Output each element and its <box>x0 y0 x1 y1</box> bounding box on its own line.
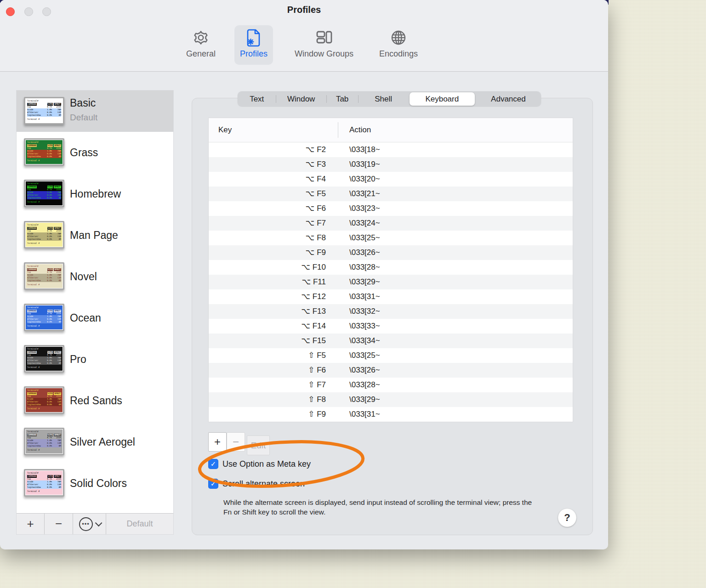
key-cell: ⌥ F10 <box>209 260 326 275</box>
toolbar-item-encodings[interactable]: Encodings <box>374 25 423 65</box>
tab-advanced[interactable]: Advanced <box>476 91 541 107</box>
key-cell: ⇧ F6 <box>209 363 326 378</box>
key-mapping-row[interactable]: ⌥ F5\033[21~ <box>209 187 573 201</box>
profile-actions-menu-button[interactable]: ••• <box>73 514 106 534</box>
tab-keyboard[interactable]: Keyboard <box>410 92 475 106</box>
profile-row-man-page[interactable]: Terminal#COMMAND%CPURPRVTtop4.1%231KXcod… <box>17 215 173 256</box>
action-cell: \033[26~ <box>349 363 380 378</box>
settings-tab-bar: TextWindowTabShellKeyboardAdvanced <box>238 91 541 107</box>
key-mappings-table: Key Action ⌥ F2\033[18~⌥ F3\033[19~⌥ F4\… <box>208 118 573 422</box>
profile-row-basic[interactable]: Terminal#COMMAND%CPURPRVTtop4.1%231KXcod… <box>17 90 173 132</box>
key-cell: ⌥ F11 <box>209 275 326 289</box>
remove-profile-button[interactable]: − <box>45 514 73 534</box>
key-mapping-row[interactable]: ⌥ F10\033[28~ <box>209 260 573 275</box>
action-cell: \033[31~ <box>349 289 380 304</box>
key-mapping-row[interactable]: ⌥ F13\033[32~ <box>209 304 573 319</box>
toolbar-item-window-groups[interactable]: Window Groups <box>289 25 359 65</box>
window-title: Profiles <box>0 5 608 15</box>
profile-row-silver-aerogel[interactable]: Terminal#COMMAND%CPURPRVTtop4.1%231KXcod… <box>17 421 173 463</box>
column-divider <box>338 122 338 138</box>
profile-row-ocean[interactable]: Terminal#COMMAND%CPURPRVTtop4.1%231KXcod… <box>17 297 173 339</box>
key-cell: ⌥ F15 <box>209 334 326 348</box>
key-mapping-row[interactable]: ⌥ F2\033[18~ <box>209 142 573 157</box>
key-mapping-row[interactable]: ⇧ F9\033[31~ <box>209 407 573 422</box>
action-cell: \033[28~ <box>349 378 380 392</box>
remove-key-mapping-button[interactable]: − <box>227 432 245 452</box>
key-mapping-row[interactable]: ⌥ F6\033[23~ <box>209 201 573 216</box>
key-mapping-row[interactable]: ⌥ F15\033[34~ <box>209 334 573 348</box>
key-cell: ⇧ F7 <box>209 378 326 392</box>
profile-name: Silver Aerogel <box>70 436 135 448</box>
column-header-action: Action <box>349 125 371 135</box>
key-cell: ⌥ F3 <box>209 157 326 172</box>
action-cell: \033[20~ <box>349 172 380 187</box>
key-cell: ⌥ F2 <box>209 142 326 157</box>
globe-icon <box>389 27 408 48</box>
use-option-as-meta-checkbox[interactable]: ✓ <box>208 459 218 469</box>
profile-name: Pro <box>70 353 86 366</box>
set-default-button[interactable]: Default <box>106 514 173 534</box>
action-cell: \033[33~ <box>349 319 380 334</box>
profile-name: Homebrew <box>70 188 121 200</box>
profile-thumbnail: Terminal#COMMAND%CPURPRVTtop4.1%231KXcod… <box>24 304 64 331</box>
key-cell: ⌥ F9 <box>209 245 326 260</box>
profile-thumbnail: Terminal#COMMAND%CPURPRVTtop4.1%231KXcod… <box>24 386 64 414</box>
action-cell: \033[18~ <box>349 142 380 157</box>
profile-list-footer: + − ••• Default <box>17 513 173 534</box>
action-cell: \033[25~ <box>349 231 380 245</box>
profile-row-grass[interactable]: Terminal#COMMAND%CPURPRVTtop4.1%231KXcod… <box>17 132 173 173</box>
action-cell: \033[32~ <box>349 304 380 319</box>
profile-thumbnail: Terminal#COMMAND%CPURPRVTtop4.1%231KXcod… <box>24 97 64 124</box>
action-cell: \033[25~ <box>349 348 380 363</box>
edit-key-mapping-button[interactable]: Edit <box>247 435 270 455</box>
toolbar-item-profiles[interactable]: Profiles <box>234 25 273 65</box>
profile-row-pro[interactable]: Terminal#COMMAND%CPURPRVTtop4.1%231KXcod… <box>17 339 173 380</box>
chevron-down-icon <box>95 520 102 527</box>
key-mapping-row[interactable]: ⌥ F14\033[33~ <box>209 319 573 334</box>
scroll-alternate-screen-checkbox[interactable]: ✓ <box>208 479 218 489</box>
help-button[interactable]: ? <box>558 509 576 527</box>
key-cell: ⌥ F12 <box>209 289 326 304</box>
toolbar-item-general[interactable]: General <box>181 25 221 65</box>
action-cell: \033[28~ <box>349 260 380 275</box>
profile-row-red-sands[interactable]: Terminal#COMMAND%CPURPRVTtop4.1%231KXcod… <box>17 380 173 421</box>
key-cell: ⌥ F14 <box>209 319 326 334</box>
checkbox-label: Scroll alternate screen <box>222 479 305 489</box>
profile-name: Red Sands <box>70 395 122 407</box>
profile-name: Grass <box>70 147 98 159</box>
key-mapping-row[interactable]: ⌥ F7\033[24~ <box>209 216 573 231</box>
key-mapping-row[interactable]: ⌥ F9\033[26~ <box>209 245 573 260</box>
key-mapping-row[interactable]: ⌥ F4\033[20~ <box>209 172 573 187</box>
key-mapping-row[interactable]: ⌥ F12\033[31~ <box>209 289 573 304</box>
tab-tab[interactable]: Tab <box>326 91 359 107</box>
toolbar-label: General <box>186 49 216 59</box>
preferences-window: Profiles General <box>0 0 608 549</box>
key-mapping-row[interactable]: ⌥ F11\033[29~ <box>209 275 573 289</box>
action-cell: \033[21~ <box>349 187 380 201</box>
profile-row-solid-colors[interactable]: Terminal#COMMAND%CPURPRVTtop4.1%231KXcod… <box>17 463 173 504</box>
action-cell: \033[29~ <box>349 392 380 407</box>
action-cell: \033[23~ <box>349 201 380 216</box>
key-mapping-row[interactable]: ⇧ F8\033[29~ <box>209 392 573 407</box>
tab-shell[interactable]: Shell <box>358 91 408 107</box>
profile-default-badge: Default <box>70 113 97 123</box>
profile-name: Basic <box>70 97 96 109</box>
profile-settings-panel: TextWindowTabShellKeyboardAdvanced Key A… <box>192 98 593 535</box>
add-profile-button[interactable]: + <box>17 514 45 534</box>
action-cell: \033[34~ <box>349 334 380 348</box>
key-mapping-row[interactable]: ⇧ F6\033[26~ <box>209 363 573 378</box>
tab-window[interactable]: Window <box>276 91 326 107</box>
profile-row-homebrew[interactable]: Terminal#COMMAND%CPURPRVTtop4.1%231KXcod… <box>17 173 173 215</box>
option-as-meta-row: ✓ Use Option as Meta key <box>208 459 311 469</box>
action-cell: \033[29~ <box>349 275 380 289</box>
profile-row-novel[interactable]: Terminal#COMMAND%CPURPRVTtop4.1%231KXcod… <box>17 256 173 297</box>
key-mapping-row[interactable]: ⇧ F5\033[25~ <box>209 348 573 363</box>
profile-thumbnail: Terminal#COMMAND%CPURPRVTtop4.1%231KXcod… <box>24 138 64 166</box>
tab-text[interactable]: Text <box>238 91 276 107</box>
add-key-mapping-button[interactable]: + <box>208 432 227 452</box>
key-mapping-row[interactable]: ⌥ F3\033[19~ <box>209 157 573 172</box>
gear-icon <box>192 27 210 48</box>
key-mapping-row[interactable]: ⌥ F8\033[25~ <box>209 231 573 245</box>
column-header-key: Key <box>209 125 326 135</box>
key-mapping-row[interactable]: ⇧ F7\033[28~ <box>209 378 573 392</box>
